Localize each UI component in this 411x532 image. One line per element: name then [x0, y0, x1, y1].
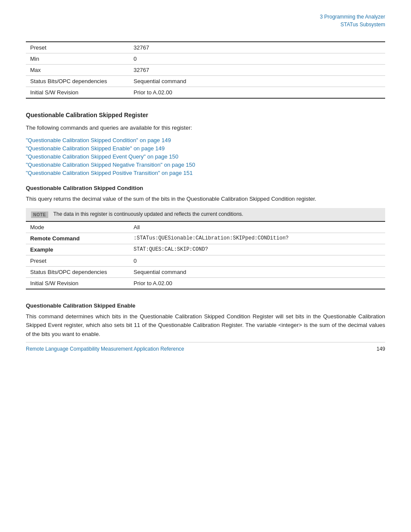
list-item[interactable]: "Questionable Calibration Skipped Condit…: [26, 137, 385, 143]
table-row: ModeAll: [26, 221, 385, 233]
subsection-condition-heading: Questionable Calibration Skipped Conditi…: [26, 185, 385, 191]
table-row: Min0: [26, 53, 385, 65]
table-row: Initial S/W RevisionPrior to A.02.00: [26, 277, 385, 289]
page-header: 3 Programming the Analyzer STATus Subsys…: [26, 13, 385, 28]
list-item[interactable]: "Questionable Calibration Skipped Positi…: [26, 170, 385, 176]
subsection-condition-body: This query returns the decimal value of …: [26, 195, 385, 204]
list-item[interactable]: "Questionable Calibration Skipped Event …: [26, 153, 385, 160]
table-row: Max32767: [26, 65, 385, 76]
condition-table: ModeAllRemote Command:STATus:QUESionable…: [26, 221, 385, 289]
table-row: Initial S/W RevisionPrior to A.02.00: [26, 87, 385, 99]
table-row: Status Bits/OPC dependenciesSequential c…: [26, 76, 385, 87]
footer-left: Remote Language Compatibility Measuremen…: [26, 346, 184, 352]
section1-intro: The following commands and queries are a…: [26, 124, 385, 133]
table-row: Preset0: [26, 255, 385, 266]
section-questionable-cal-skipped: Questionable Calibration Skipped Registe…: [26, 112, 385, 176]
header-line1: 3 Programming the Analyzer: [26, 13, 385, 21]
list-item[interactable]: "Questionable Calibration Skipped Negati…: [26, 162, 385, 168]
subsection-enable: Questionable Calibration Skipped Enable …: [26, 302, 385, 339]
subsection-enable-heading: Questionable Calibration Skipped Enable: [26, 302, 385, 309]
table-row: Remote Command:STATus:QUESionable:CALibr…: [26, 233, 385, 244]
list-item[interactable]: "Questionable Calibration Skipped Enable…: [26, 145, 385, 152]
subsection-condition: Questionable Calibration Skipped Conditi…: [26, 185, 385, 289]
header-line2: STATus Subsystem: [26, 21, 385, 28]
note-label: NOTE: [31, 212, 48, 218]
note-box: NOTE The data in this register is contin…: [26, 208, 385, 221]
table-row: Preset32767: [26, 42, 385, 53]
links-section: "Questionable Calibration Skipped Condit…: [26, 137, 385, 176]
table-row: ExampleSTAT:QUES:CAL:SKIP:COND?: [26, 244, 385, 255]
subsection-enable-body: This command determines which bits in th…: [26, 312, 385, 339]
section-heading-1: Questionable Calibration Skipped Registe…: [26, 112, 385, 118]
footer-page-number: 149: [377, 346, 385, 352]
page-footer: Remote Language Compatibility Measuremen…: [26, 342, 385, 352]
table-row: Status Bits/OPC dependenciesSequential c…: [26, 266, 385, 277]
top-table: Preset32767Min0Max32767Status Bits/OPC d…: [26, 41, 385, 99]
note-text: The data in this register is continuousl…: [53, 211, 243, 217]
